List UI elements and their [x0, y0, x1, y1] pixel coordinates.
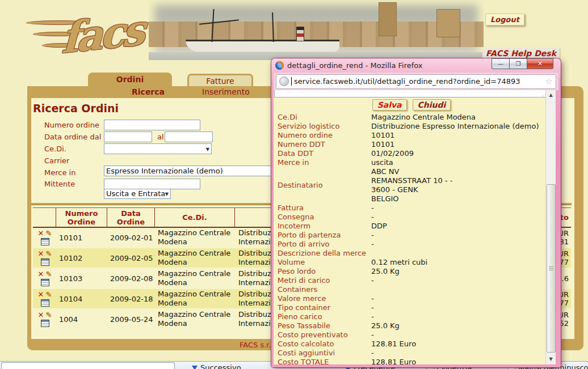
find-next-button[interactable]: Successivo	[192, 363, 241, 369]
detail-field-row: Fattura -	[278, 203, 549, 213]
popup-window: dettagli_ordine_rend - Mozilla Firefox —…	[271, 58, 561, 367]
firefox-icon	[275, 61, 284, 70]
detail-field-value	[371, 285, 373, 294]
cedi-select[interactable]: ▼	[104, 143, 212, 154]
data-dal-input[interactable]	[104, 132, 152, 142]
edit-icon[interactable]: ✎	[46, 249, 52, 258]
cedi-label: Ce.Di.	[44, 145, 66, 153]
window-controls: — ❐ ✕	[492, 58, 553, 69]
edit-icon[interactable]: ✎	[46, 290, 52, 299]
scroll-up-icon[interactable]: ▲	[546, 90, 556, 99]
cell-data-ordine: 2009-02-01	[107, 228, 154, 247]
numero-ordine-input[interactable]	[104, 120, 200, 130]
subtab-inserimento[interactable]: Inserimento	[202, 87, 250, 96]
detail-field-value: Distribuzione Espresso Internazionale (d…	[371, 122, 539, 131]
details-icon[interactable]	[41, 238, 49, 245]
minimize-button[interactable]: —	[492, 58, 510, 69]
detail-field-value	[371, 249, 373, 258]
ship-hull	[186, 40, 339, 52]
details-icon[interactable]	[41, 279, 49, 286]
detail-field-label: Peso lordo	[278, 267, 371, 276]
detail-field-label: Fattura	[278, 203, 371, 213]
carrier-value: Espresso Internazionale (demo)	[106, 167, 223, 175]
detail-field-label: Costo TOTALE	[278, 358, 371, 364]
detail-field-label: Peso Tassabile	[278, 321, 371, 330]
detail-field-value: 10101	[371, 131, 394, 140]
detail-field-row: Costo calcolato 128.81 Euro	[278, 340, 549, 349]
details-icon[interactable]	[41, 258, 49, 266]
arrow-down-icon	[192, 366, 198, 369]
detail-field-row: Data DDT 01/02/2009	[278, 149, 549, 158]
merce-in-select[interactable]: Uscita e Entrata ▼	[104, 188, 171, 199]
delete-icon[interactable]: ✕	[38, 270, 44, 278]
cell-numero-ordine: 10104	[56, 289, 107, 308]
maximize-button[interactable]: ❐	[510, 58, 527, 69]
cell-data-ordine: 2009-05-24	[107, 309, 154, 329]
url-input[interactable]: service.facsweb.it/util/dettagli_ordine_…	[276, 74, 556, 89]
textarea-bottom-edge[interactable]: ⋰	[274, 90, 549, 97]
mittente-input[interactable]	[104, 179, 200, 189]
detail-field-label: Costo preventivato	[278, 330, 371, 340]
detail-field-row: Valore merce -	[278, 294, 549, 303]
edit-icon[interactable]: ✎	[46, 311, 52, 319]
logout-button[interactable]: Logout	[485, 14, 524, 26]
find-input[interactable]	[1, 362, 175, 369]
detail-field-value: -	[371, 303, 374, 312]
cell-cedi: Magazzino Centrale Modena	[154, 289, 234, 308]
al-label: al	[157, 133, 164, 141]
salva-button[interactable]: Salva	[372, 99, 407, 111]
close-button[interactable]: ✕	[527, 58, 553, 69]
detail-field-row: Numero DDT 10101	[278, 140, 549, 149]
row-actions: ✕ ✎	[33, 289, 56, 308]
footer-company-text: FACS s.r.l.	[240, 341, 275, 349]
detail-field-label: Descrizione della merce	[278, 249, 371, 258]
scroll-down-icon[interactable]: ▼	[546, 354, 556, 363]
row-actions: ✕ ✎	[33, 228, 56, 247]
chiudi-button[interactable]: Chiudi	[413, 99, 451, 111]
cell-numero-ordine: 10101	[56, 228, 107, 247]
detail-field-label: Incoterm	[278, 222, 371, 231]
popup-scrollbar[interactable]: ▲ ▼	[545, 90, 556, 364]
detail-field-row: Consegna -	[278, 213, 549, 222]
detail-field-row: Peso Tassabile 25.0 Kg	[278, 321, 549, 330]
detail-field-value: -	[371, 231, 374, 240]
chevron-down-icon: ▼	[206, 147, 209, 152]
carrier-label: Carrier	[44, 156, 69, 165]
edit-icon[interactable]: ✎	[46, 270, 52, 278]
bookmark-star-icon[interactable]: ☆	[545, 77, 553, 87]
detail-field-row: Containers	[278, 285, 549, 294]
detail-field-value: -	[371, 213, 374, 222]
detail-field-value: 10101	[371, 140, 394, 149]
chevron-down-icon: ▼	[165, 192, 169, 197]
ship-funnel	[296, 27, 304, 41]
popup-button-row: Salva Chiudi	[274, 99, 549, 111]
detail-field-row: Tipo container -	[278, 303, 549, 312]
tab-fatture[interactable]: Fatture	[187, 74, 253, 86]
detail-field-value: 01/02/2009	[371, 149, 414, 158]
scrollbar-thumb[interactable]	[547, 184, 556, 353]
harbor-postcard-image	[149, 0, 484, 60]
delete-icon[interactable]: ✕	[38, 311, 44, 319]
merce-in-label: Merce in	[44, 168, 75, 177]
delete-icon[interactable]: ✕	[38, 229, 44, 237]
tab-ordini[interactable]: Ordini	[88, 73, 172, 86]
detail-field-row: Ce.Di Magazzino Centrale Modena	[278, 113, 549, 122]
details-icon[interactable]	[41, 299, 49, 307]
delete-icon[interactable]: ✕	[38, 249, 44, 258]
detail-field-value: DDP	[371, 222, 387, 231]
detail-field-value: -	[371, 240, 374, 249]
detail-field-row: Servizio logistico Distribuzione Espress…	[278, 122, 549, 131]
detail-field-label: Numero ordine	[278, 131, 371, 140]
detail-field-label: Ce.Di	[278, 113, 371, 122]
detail-field-row: Destinatario ABC NVREMANSSTRAAT 10 - -36…	[278, 167, 549, 203]
detail-field-label: Porto di partenza	[278, 231, 371, 240]
details-icon[interactable]	[41, 320, 49, 327]
data-al-input[interactable]	[165, 132, 213, 142]
help-desk-link[interactable]: FACS Help Desk	[482, 48, 560, 58]
delete-icon[interactable]: ✕	[38, 290, 44, 299]
popup-title: dettagli_ordine_rend - Mozilla Firefox	[287, 61, 423, 70]
detail-field-row: Costo TOTALE 128.81 Euro	[278, 358, 549, 364]
edit-icon[interactable]: ✎	[46, 229, 52, 237]
subtab-ricerca[interactable]: Ricerca	[132, 87, 165, 96]
detail-field-row: Costo preventivato -	[278, 330, 549, 340]
